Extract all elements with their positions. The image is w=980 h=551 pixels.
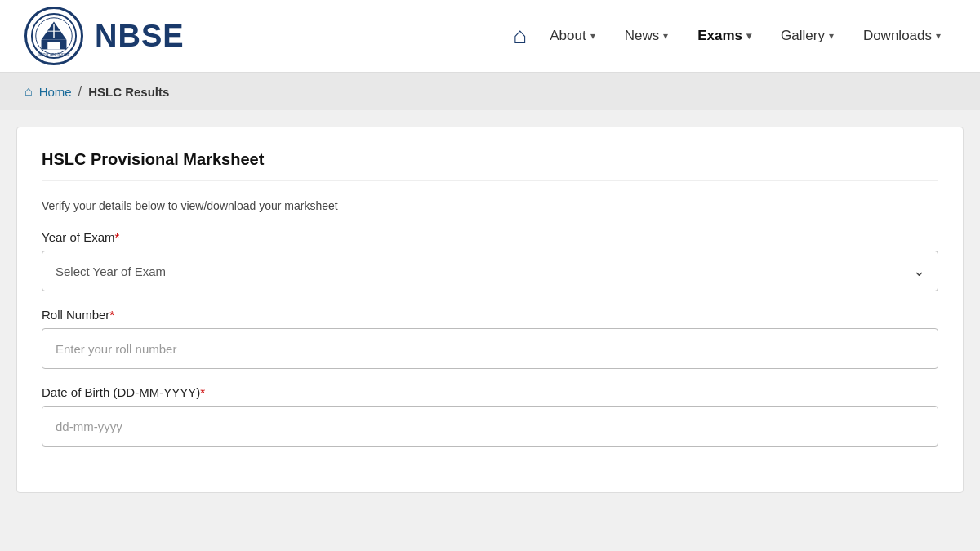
main-nav: ⌂ About ▾ News ▾ Exams ▾ Gallery ▾ Downl…: [217, 0, 956, 73]
form-subtitle: Verify your details below to view/downlo…: [42, 199, 938, 212]
roll-number-input[interactable]: [42, 328, 938, 369]
svg-rect-4: [47, 42, 60, 50]
breadcrumb: ⌂ Home / HSLC Results: [0, 73, 980, 110]
logo-svg: labour and honour: [30, 12, 78, 60]
nav-news[interactable]: News ▾: [610, 0, 684, 73]
main-content: HSLC Provisional Marksheet Verify your d…: [0, 110, 980, 509]
roll-label: Roll Number*: [42, 308, 938, 322]
breadcrumb-separator: /: [78, 84, 82, 99]
about-dropdown-arrow: ▾: [590, 30, 595, 42]
breadcrumb-current: HSLC Results: [88, 85, 169, 99]
nav-downloads[interactable]: Downloads ▾: [849, 0, 956, 73]
breadcrumb-home-link[interactable]: Home: [39, 85, 72, 99]
nav-about[interactable]: About ▾: [535, 0, 609, 73]
roll-number-group: Roll Number*: [42, 308, 938, 369]
dob-group: Date of Birth (DD-MM-YYYY)*: [42, 385, 938, 447]
exams-dropdown-arrow: ▾: [746, 30, 751, 42]
breadcrumb-home-icon: ⌂: [24, 84, 33, 99]
gallery-dropdown-arrow: ▾: [829, 30, 834, 42]
year-select-wrapper: Select Year of Exam ⌄: [42, 251, 938, 291]
nav-exams[interactable]: Exams ▾: [683, 0, 766, 73]
svg-text:labour and honour: labour and honour: [38, 52, 70, 56]
site-header: labour and honour NBSE ⌂ About ▾ News ▾ …: [0, 0, 980, 73]
year-of-exam-group: Year of Exam* Select Year of Exam ⌄: [42, 230, 938, 291]
logo-area: labour and honour NBSE: [24, 7, 185, 65]
year-label: Year of Exam*: [42, 230, 938, 244]
downloads-dropdown-arrow: ▾: [936, 30, 941, 42]
nav-home-button[interactable]: ⌂: [513, 23, 527, 49]
nav-gallery[interactable]: Gallery ▾: [766, 0, 849, 73]
form-card: HSLC Provisional Marksheet Verify your d…: [16, 127, 964, 493]
dob-label: Date of Birth (DD-MM-YYYY)*: [42, 385, 938, 399]
form-title: HSLC Provisional Marksheet: [42, 150, 938, 181]
year-select[interactable]: Select Year of Exam: [42, 251, 938, 291]
site-title: NBSE: [95, 19, 185, 54]
dob-input[interactable]: [42, 406, 938, 447]
news-dropdown-arrow: ▾: [663, 30, 668, 42]
logo-circle: labour and honour: [24, 7, 83, 65]
